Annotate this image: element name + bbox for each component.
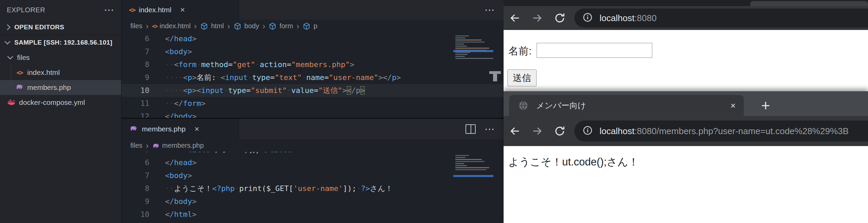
globe-icon [518, 100, 529, 111]
file-label: docker-compose.yml [19, 98, 85, 107]
code-editor-index-html[interactable]: 6</head>7<body>8··<form·method="get"·act… [121, 32, 504, 118]
editor-more-button[interactable]: ⋯ [485, 5, 495, 15]
tab-bar: <> index.html × ⋯ [121, 0, 504, 20]
new-tab-button[interactable]: + [755, 95, 776, 116]
code-line: 6</head> [121, 32, 504, 45]
forward-button[interactable] [526, 125, 548, 137]
chevron-down-icon [5, 39, 11, 45]
editor-group-index-html: <> index.html × ⋯ files › <> index.html … [121, 0, 504, 118]
symbol-cube-icon [302, 22, 311, 30]
chevron-separator: › [227, 21, 230, 31]
close-icon[interactable]: × [731, 100, 736, 111]
address-bar[interactable]: localhost:8080/members.php?user-name=ut.… [574, 121, 868, 142]
split-editor-icon[interactable] [465, 124, 476, 134]
file-label: index.html [27, 68, 60, 77]
line-number: 7 [121, 169, 149, 182]
tab-bar: members.php × ⋯ [121, 119, 504, 139]
site-info-icon[interactable] [583, 125, 593, 137]
page-content: ようこそ！ut.code();さん！ [504, 146, 868, 223]
close-icon[interactable]: × [180, 5, 185, 15]
code-line: 6</head> [121, 156, 504, 169]
code-line: 11··</form> [121, 97, 504, 110]
symbol-cube-icon [268, 22, 277, 30]
welcome-text: ようこそ！ut.code();さん！ [508, 155, 639, 169]
minimap-selection [453, 50, 493, 52]
forward-button[interactable] [526, 12, 548, 24]
chevron-separator: › [146, 141, 149, 150]
breadcrumb-item[interactable]: html [211, 22, 224, 30]
browser-tab-members[interactable]: メンバー向け × [509, 95, 744, 116]
breadcrumb: files › <> index.html › html › body › fo… [121, 20, 504, 32]
code-line: 8··ようこそ！<?php·print($_GET['user-name']);… [121, 182, 504, 195]
line-number: 10 [121, 208, 149, 221]
scrollbar-slider[interactable] [489, 71, 501, 81]
minimap-selection [453, 175, 493, 177]
line-number: 5 [121, 152, 149, 156]
minimap[interactable] [453, 154, 493, 170]
breadcrumb-item[interactable]: form [279, 22, 293, 30]
tab-label: members.php [142, 125, 185, 133]
vscode-window: EXPLORER ⋯ OPEN EDITORS SAMPLE [SSH: 192… [0, 0, 504, 223]
line-number: 8 [121, 182, 149, 195]
browser-window-bottom: メンバー向け × + localhost:8080/members.php?us… [504, 91, 868, 223]
browser-toolbar: localhost:8080 [504, 6, 868, 30]
tab-label: index.html [139, 6, 171, 14]
breadcrumb-item[interactable]: body [244, 22, 259, 30]
address-bar[interactable]: localhost:8080 [574, 9, 868, 28]
user-name-input[interactable] [537, 43, 652, 58]
site-info-icon[interactable] [583, 12, 593, 24]
name-label: 名前: [508, 44, 531, 58]
browser-stack: localhost:8080 名前: 送信 メンバー向け × + [504, 0, 868, 223]
folder-label: files [17, 53, 30, 62]
code-line: 9····<p>名前:·<input·type="text"·name="use… [121, 71, 504, 84]
line-number: 10 [121, 84, 149, 97]
line-number: 9 [121, 71, 149, 84]
explorer-more-button[interactable]: ⋯ [104, 5, 115, 15]
submit-button[interactable]: 送信 [507, 69, 537, 86]
explorer-title: EXPLORER [7, 6, 45, 14]
line-number: 11 [121, 97, 149, 110]
breadcrumb-item[interactable]: index.html [160, 22, 191, 30]
page-content: 名前: 送信 [504, 30, 868, 91]
back-button[interactable] [504, 12, 526, 24]
code-line: 12</body> [121, 110, 504, 118]
tree-folder-files[interactable]: files [0, 50, 121, 65]
workspace-root[interactable]: SAMPLE [SSH: 192.168.56.101] [0, 35, 121, 50]
minimap[interactable] [453, 34, 493, 59]
back-button[interactable] [504, 125, 526, 137]
symbol-cube-icon [200, 22, 208, 30]
tab-strip [504, 0, 868, 6]
reload-button[interactable] [548, 12, 571, 24]
editor-more-button[interactable]: ⋯ [485, 124, 495, 134]
line-number: 7 [121, 45, 149, 58]
breadcrumb-item[interactable]: p [313, 22, 317, 30]
code-editor-members-php[interactable]: 5····<title>メンバー向け</title>6</head>7<body… [121, 152, 504, 223]
breadcrumb-item[interactable]: members.php [162, 142, 204, 149]
close-icon[interactable]: × [194, 124, 199, 134]
breadcrumb-item[interactable]: files [130, 142, 143, 149]
browser-tab-partial[interactable] [750, 1, 868, 6]
tree-item-index-html[interactable]: <> index.html [0, 65, 121, 80]
code-line: 7<body> [121, 45, 504, 58]
breadcrumb-item[interactable]: files [130, 22, 143, 30]
breadcrumb: files › members.php [121, 139, 504, 152]
tree-item-members-php[interactable]: members.php [0, 80, 121, 95]
explorer-sidebar: EXPLORER ⋯ OPEN EDITORS SAMPLE [SSH: 192… [0, 0, 121, 223]
php-file-icon [15, 83, 24, 93]
symbol-cube-icon [233, 22, 242, 30]
tab-title: メンバー向け [536, 100, 586, 111]
php-file-icon [129, 124, 138, 134]
tree-item-docker-compose[interactable]: docker-compose.yml [0, 95, 121, 110]
html-file-icon: <> [15, 69, 24, 76]
tab-members-php[interactable]: members.php × [121, 119, 239, 139]
tab-index-html[interactable]: <> index.html × [121, 0, 239, 20]
code-line: 7<body> [121, 169, 504, 182]
code-line: 5····<title>メンバー向け</title> [121, 152, 504, 156]
code-line: 8··<form·method="get"·action="members.ph… [121, 58, 504, 71]
tab-strip: メンバー向け × + [504, 91, 868, 116]
line-number: 12 [121, 110, 149, 118]
line-number: 6 [121, 32, 149, 45]
chevron-down-icon [7, 54, 13, 60]
open-editors-section[interactable]: OPEN EDITORS [0, 20, 121, 35]
reload-button[interactable] [548, 125, 571, 137]
